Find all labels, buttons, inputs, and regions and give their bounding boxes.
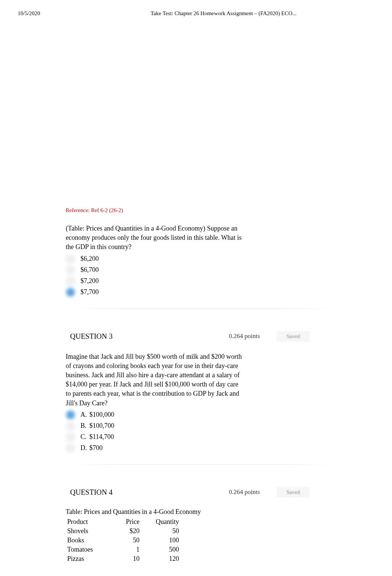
question-2-partial: Reference: Ref 6-2 (26-2) (Table: Prices… [48,201,355,309]
cell-price: $20 [117,526,154,536]
cell-product: Shovels [66,526,117,536]
content: Reference: Ref 6-2 (26-2) (Table: Prices… [0,201,392,576]
page-header: 10/5/2020 Take Test: Chapter 26 Homework… [0,0,392,20]
option-c[interactable]: $7,200 [66,276,355,286]
spacer [0,20,392,201]
th-product: Product [66,517,117,526]
option-d[interactable]: $7,700 [66,287,355,297]
options-list: $6,200 $6,700 $7,200 $7,700 [66,254,355,297]
radio-icon[interactable] [66,276,75,286]
options-list: A. $100,000 B. $100,700 C. $114,700 [66,410,355,453]
reference-text: Reference: Ref 6-2 (26-2) [66,207,355,214]
cell-qty: 100 [154,536,190,545]
cell-qty: 500 [154,545,190,554]
radio-icon[interactable] [66,443,75,453]
option-b[interactable]: $6,700 [66,265,355,275]
option-letter: A. [80,411,89,419]
cell-price: 10 [117,554,154,563]
th-price: Price [117,517,154,526]
question-title: QUESTION 4 [70,488,229,497]
table-row: Tomatoes 1 500 [66,545,190,554]
radio-icon[interactable] [66,421,75,431]
radio-icon-selected[interactable] [66,410,75,420]
table-header-row: Product Price Quantity [66,517,190,526]
table-title: Table: Prices and Quantities in a 4-Good… [66,508,355,516]
option-letter: B. [80,422,89,430]
economy-table: Product Price Quantity Shovels $20 50 Bo… [66,517,190,563]
question-text: Imagine that Jack and Jill buy $500 wort… [66,352,243,408]
question-title: QUESTION 3 [70,332,229,341]
table-row: Shovels $20 50 [66,526,190,536]
question-3: QUESTION 3 0.264 points Saved Imagine th… [48,331,355,465]
option-a[interactable]: $6,200 [66,254,355,264]
points-label: 0.264 points [229,488,277,496]
option-d[interactable]: D. $700 [66,443,355,453]
option-label: $7,200 [80,277,99,285]
header-date: 10/5/2020 [18,10,128,17]
question-header: QUESTION 4 0.264 points Saved [48,487,355,498]
radio-icon-selected[interactable] [66,287,75,297]
points-label: 0.264 points [229,333,277,340]
option-label: $6,700 [80,266,99,274]
header-title: Take Test: Chapter 26 Homework Assignmen… [128,10,374,17]
cell-product: Books [66,536,117,545]
option-letter: C. [80,433,89,441]
cell-qty: 120 [154,554,190,563]
option-b[interactable]: B. $100,700 [66,421,355,431]
table-row: Pizzas 10 120 [66,554,190,563]
option-a[interactable]: A. $100,000 [66,410,355,420]
option-label: $6,200 [80,255,99,263]
question-header: QUESTION 3 0.264 points Saved [48,331,355,342]
radio-icon[interactable] [66,254,75,264]
saved-badge: Saved [277,487,310,498]
radio-icon[interactable] [66,432,75,442]
cell-price: 1 [117,545,154,554]
option-letter: D. [80,444,89,452]
divider [66,464,337,465]
option-c[interactable]: C. $114,700 [66,432,355,442]
option-value: $100,700 [89,422,114,430]
question-4: QUESTION 4 0.264 points Saved Table: Pri… [48,487,355,576]
cell-qty: 50 [154,526,190,536]
cell-price: 50 [117,536,154,545]
saved-badge: Saved [277,331,310,342]
table-row: Books 50 100 [66,536,190,545]
th-quantity: Quantity [154,517,190,526]
cell-product: Tomatoes [66,545,117,554]
option-value: $114,700 [89,433,114,441]
option-value: $700 [89,444,103,452]
divider [66,308,337,309]
radio-icon[interactable] [66,265,75,275]
cell-product: Pizzas [66,554,117,563]
question-text: (Table: Prices and Quantities in a 4-Goo… [66,224,243,252]
option-value: $100,000 [89,411,114,419]
option-label: $7,700 [80,288,99,296]
